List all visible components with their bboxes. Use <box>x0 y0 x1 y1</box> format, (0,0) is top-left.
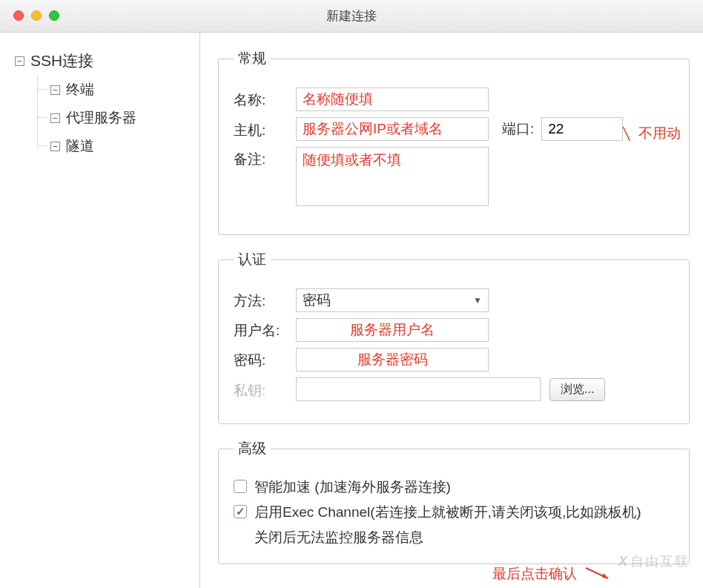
privkey-input[interactable] <box>296 377 541 401</box>
exec-label: 启用Exec Channel(若连接上就被断开,请关闭该项,比如跳板机) <box>254 503 641 522</box>
tree-item-proxy[interactable]: − 代理服务器 <box>50 104 192 132</box>
method-select[interactable]: 密码 ▼ <box>296 288 489 312</box>
content-pane: 常规 名称: 主机: 端口: 备注: ＼ 不用动 <box>200 33 703 588</box>
exec-checkbox-row[interactable]: 启用Exec Channel(若连接上就被断开,请关闭该项,比如跳板机) <box>234 503 674 522</box>
password-input[interactable] <box>296 348 489 371</box>
method-label: 方法: <box>234 288 287 311</box>
tree-item-tunnel[interactable]: − 隧道 <box>50 132 192 160</box>
host-input[interactable] <box>296 117 489 141</box>
group-advanced: 高级 智能加速 (加速海外服务器连接) 启用Exec Channel(若连接上就… <box>218 439 690 564</box>
port-input[interactable] <box>541 117 623 141</box>
tree-item-ssh[interactable]: − SSH连接 <box>15 46 192 76</box>
browse-button[interactable]: 浏览... <box>549 378 605 401</box>
port-note: ＼ 不用动 <box>619 123 681 143</box>
group-general: 常规 名称: 主机: 端口: 备注: ＼ 不用动 <box>218 49 690 235</box>
arrow-icon: ＼ <box>617 122 636 145</box>
group-auth: 认证 方法: 密码 ▼ 用户名: 密码: 私钥: 浏览... <box>218 250 690 424</box>
username-input[interactable] <box>296 318 489 342</box>
sidebar: − SSH连接 − 终端 − 代理服务器 <box>0 33 200 588</box>
exec-sub-label: 关闭后无法监控服务器信息 <box>254 528 674 547</box>
name-label: 名称: <box>234 87 287 110</box>
group-auth-legend: 认证 <box>234 250 271 269</box>
tree-label: SSH连接 <box>30 50 93 71</box>
password-label: 密码: <box>234 348 287 370</box>
group-general-legend: 常规 <box>234 49 271 68</box>
close-icon[interactable] <box>13 10 24 21</box>
window-controls <box>13 10 59 21</box>
titlebar: 新建连接 <box>0 0 703 33</box>
checkbox-icon[interactable] <box>234 480 247 493</box>
privkey-label: 私钥: <box>234 378 287 400</box>
tree-label: 隧道 <box>66 136 94 156</box>
collapse-icon[interactable]: − <box>50 113 60 123</box>
checkbox-checked-icon[interactable] <box>234 505 247 518</box>
final-note: 最后点击确认 <box>492 564 614 584</box>
name-input[interactable] <box>296 87 489 111</box>
remark-input[interactable] <box>296 147 489 206</box>
remark-label: 备注: <box>234 147 287 169</box>
chevron-down-icon: ▼ <box>473 295 482 305</box>
port-label: 端口: <box>502 119 534 139</box>
tree-label: 终端 <box>66 80 94 99</box>
group-advanced-legend: 高级 <box>234 439 271 458</box>
tree-item-terminal[interactable]: − 终端 <box>50 76 192 104</box>
window-title: 新建连接 <box>326 7 377 24</box>
arrow-icon <box>584 565 614 583</box>
svg-marker-1 <box>602 573 608 578</box>
host-label: 主机: <box>234 118 287 140</box>
collapse-icon[interactable]: − <box>50 142 60 151</box>
final-note-text: 最后点击确认 <box>492 564 577 584</box>
method-value: 密码 <box>303 291 331 310</box>
collapse-icon[interactable]: − <box>15 56 24 66</box>
tree-label: 代理服务器 <box>66 108 136 128</box>
collapse-icon[interactable]: − <box>50 85 60 95</box>
watermark: X自由互联 <box>618 552 690 570</box>
accel-label: 智能加速 (加速海外服务器连接) <box>254 478 451 497</box>
accel-checkbox-row[interactable]: 智能加速 (加速海外服务器连接) <box>234 478 674 497</box>
username-label: 用户名: <box>234 318 287 340</box>
port-note-text: 不用动 <box>638 124 681 143</box>
maximize-icon[interactable] <box>49 10 59 21</box>
minimize-icon[interactable] <box>31 10 42 21</box>
